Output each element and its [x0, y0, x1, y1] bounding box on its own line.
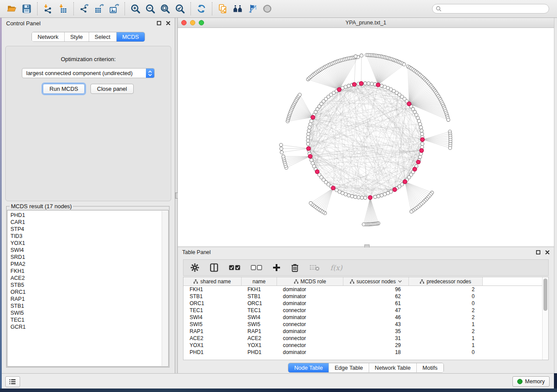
ring-node[interactable] [377, 195, 380, 198]
mcds-result-item[interactable]: SWI4 [10, 247, 168, 254]
table-row[interactable]: PHD1PHD1dominator180 [183, 349, 549, 356]
ring-node[interactable] [383, 193, 387, 196]
ring-node[interactable] [380, 84, 384, 88]
leaf-node[interactable] [280, 143, 283, 147]
ring-node[interactable] [307, 129, 311, 132]
mcds-result-item[interactable]: TID3 [10, 233, 168, 240]
delete-column-button[interactable] [291, 263, 299, 272]
table-row[interactable]: STB1STB1dominator620 [183, 293, 549, 300]
optimization-select[interactable]: largest connected component (undirected) [22, 68, 155, 78]
leaf-node[interactable] [402, 63, 406, 66]
panel-menu-button[interactable] [5, 376, 20, 387]
table-row[interactable]: ACE2ACE2connector311 [183, 335, 549, 342]
import-network-button[interactable] [41, 2, 55, 15]
table-scrollbar-thumb[interactable] [543, 279, 547, 311]
ring-node[interactable] [307, 132, 310, 136]
column-header-shared-name[interactable]: shared name [183, 277, 242, 286]
zoom-out-button[interactable] [143, 2, 158, 15]
leaf-node[interactable] [446, 118, 450, 122]
tab-network[interactable]: Network [32, 32, 64, 41]
first-neighbors-button[interactable] [230, 2, 245, 15]
deselect-all-button[interactable] [251, 265, 262, 271]
leaf-node[interactable] [354, 55, 357, 58]
ring-node[interactable] [380, 194, 384, 197]
mcds-hub-node[interactable] [359, 82, 363, 86]
show-all-button[interactable] [260, 2, 275, 15]
mcds-hub-node[interactable] [419, 148, 423, 152]
mcds-result-item[interactable]: GCR1 [10, 323, 168, 330]
tab-node-table[interactable]: Node Table [288, 363, 329, 372]
zoom-selected-button[interactable] [173, 2, 187, 15]
ring-node[interactable] [419, 123, 422, 126]
ring-node[interactable] [350, 195, 354, 198]
mcds-result-item[interactable]: ACE2 [10, 275, 168, 282]
ring-node[interactable] [420, 132, 424, 136]
mcds-hub-node[interactable] [311, 115, 315, 119]
mcds-result-item[interactable]: CAR1 [10, 219, 168, 226]
mcds-result-item[interactable]: PMA2 [10, 261, 168, 268]
ring-node[interactable] [306, 139, 310, 142]
ring-node[interactable] [347, 84, 351, 88]
network-from-selection-button[interactable] [215, 2, 230, 15]
table-row[interactable]: SWI4SWI4dominator462 [183, 314, 549, 321]
select-all-button[interactable] [229, 265, 240, 271]
ring-node[interactable] [353, 195, 357, 199]
mcds-hub-node[interactable] [337, 88, 341, 92]
tab-network-table[interactable]: Network Table [369, 363, 416, 372]
add-column-button[interactable] [273, 264, 280, 272]
ring-node[interactable] [367, 82, 370, 85]
ring-node[interactable] [419, 155, 422, 159]
leaf-node[interactable] [309, 202, 313, 205]
save-session-button[interactable] [19, 2, 34, 15]
search-input[interactable] [432, 4, 549, 14]
mcds-hub-node[interactable] [315, 170, 319, 174]
mcds-hub-node[interactable] [393, 188, 397, 192]
mcds-result-list[interactable]: PHD1CAR1STP4TID3YOX1SWI4SRD1PMA2FKH1ACE2… [7, 210, 169, 367]
hide-selected-button[interactable] [245, 2, 260, 15]
table-row[interactable]: TEC1TEC1connector472 [183, 307, 549, 314]
mcds-result-item[interactable]: STB5 [10, 282, 168, 289]
mcds-hub-node[interactable] [420, 138, 424, 141]
export-network-button[interactable] [77, 2, 92, 15]
mcds-result-item[interactable]: SWI5 [10, 309, 168, 316]
ring-node[interactable] [306, 136, 310, 139]
leaf-node[interactable] [282, 155, 285, 158]
leaf-node[interactable] [410, 210, 413, 213]
ring-node[interactable] [421, 142, 424, 146]
mcds-hub-node[interactable] [331, 186, 335, 190]
ring-node[interactable] [309, 123, 312, 126]
ring-node[interactable] [335, 189, 339, 192]
export-image-button[interactable] [107, 2, 121, 15]
mcds-hub-node[interactable] [403, 180, 407, 184]
result-scrollbar[interactable] [162, 211, 168, 366]
leaf-node[interactable] [362, 223, 366, 226]
ring-node[interactable] [420, 129, 423, 132]
function-builder-button[interactable]: f(x) [330, 264, 342, 272]
mcds-result-item[interactable]: RAP1 [10, 296, 168, 303]
mcds-hub-node[interactable] [407, 102, 411, 106]
zoom-in-button[interactable] [128, 2, 143, 15]
leaf-node[interactable] [360, 54, 363, 57]
mcds-result-item[interactable]: STB1 [10, 303, 168, 309]
open-session-button[interactable] [4, 2, 19, 15]
mcds-result-item[interactable]: ORC1 [10, 289, 168, 296]
zoom-fit-button[interactable] [158, 2, 173, 15]
mcds-hub-node[interactable] [308, 155, 312, 158]
float-panel-icon[interactable] [157, 21, 161, 25]
delete-table-button[interactable] [309, 264, 320, 271]
memory-button[interactable]: Memory [512, 376, 550, 387]
float-table-panel-icon[interactable] [536, 250, 540, 254]
mcds-result-item[interactable]: STP4 [10, 226, 168, 233]
ring-node[interactable] [344, 85, 347, 89]
mcds-result-item[interactable]: PHD1 [10, 212, 168, 219]
leaf-node[interactable] [298, 93, 301, 96]
show-column-button[interactable] [210, 263, 218, 272]
ring-node[interactable] [374, 195, 377, 199]
mcds-result-item[interactable]: TEC1 [10, 316, 168, 323]
export-table-button[interactable] [92, 2, 107, 15]
column-header-MCDS-role[interactable]: MCDS role [277, 277, 343, 286]
mcds-result-item[interactable]: FKH1 [10, 268, 168, 275]
tab-style[interactable]: Style [64, 32, 89, 41]
tab-select[interactable]: Select [89, 32, 116, 41]
ring-node[interactable] [347, 194, 351, 197]
